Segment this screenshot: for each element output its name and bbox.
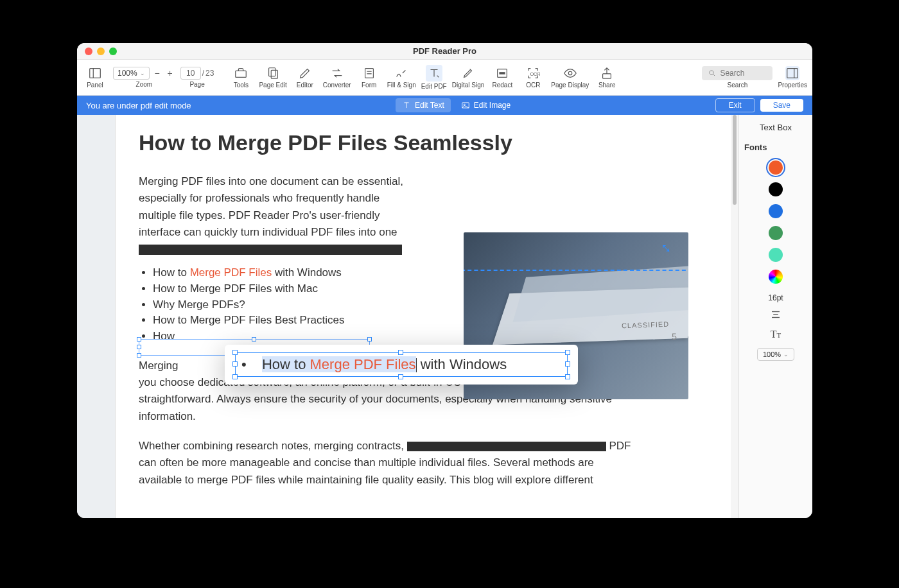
resize-handle[interactable] [565,374,570,379]
exit-button[interactable]: Exit [715,98,755,112]
resize-handle[interactable] [367,337,372,342]
fill-sign-button[interactable]: Fill & Sign [387,66,416,89]
convert-icon [330,66,344,80]
editor-button[interactable]: Editor [292,66,318,89]
opacity-select[interactable]: 100%⌄ [757,348,794,361]
digital-sign-button[interactable]: Digital Sign [452,66,485,89]
search-icon [708,69,716,77]
zoom-out-button[interactable]: − [152,68,162,78]
page-edit-icon [266,66,280,80]
color-swatch-custom[interactable] [769,270,783,284]
image-icon [461,101,470,110]
titlebar: PDF Reader Pro [77,43,812,60]
share-button[interactable]: Share [594,66,620,89]
text-icon [402,101,411,110]
pen-icon [461,66,475,80]
page-input[interactable]: 10 [180,67,201,80]
panel-button[interactable]: Panel [82,66,108,89]
popup-selection-box[interactable] [235,352,568,377]
document-page[interactable]: How to Merge PDF Files Seamlessly Mergin… [116,115,731,518]
svg-text:OCR: OCR [530,71,541,77]
edit-pdf-button[interactable]: Edit PDF [421,65,447,90]
svg-rect-9 [500,72,505,74]
eye-icon [563,66,577,80]
toolbox-icon [234,66,248,80]
color-swatch-green[interactable] [769,226,783,240]
svg-rect-2 [236,71,247,77]
properties-icon [785,66,799,80]
redact-icon [495,66,509,80]
svg-point-13 [710,71,713,74]
converter-button[interactable]: Converter [323,66,351,89]
ocr-icon: OCR [526,66,540,80]
edit-text-button[interactable]: Edit Text [396,98,451,112]
zoom-in-button[interactable]: + [165,68,175,78]
resize-handle[interactable] [398,374,403,379]
app-window: PDF Reader Pro Panel 100%⌄ − + Zoom 10 /… [77,43,812,518]
resize-handle[interactable] [137,337,141,342]
svg-rect-5 [365,69,373,78]
doc-lead[interactable]: Merging PDF files into one document can … [139,173,408,241]
page-edit-button[interactable]: Page Edit [259,66,286,89]
edit-image-button[interactable]: Edit Image [461,98,511,112]
search-input[interactable]: Search [702,66,772,80]
page-display-button[interactable]: Page Display [551,66,589,89]
vertical-scrollbar[interactable] [731,115,738,518]
minimize-icon[interactable] [97,48,105,55]
redacted-block [139,245,402,255]
svg-rect-12 [603,74,611,78]
color-swatch-orange[interactable] [769,160,783,175]
pencil-icon [298,66,312,80]
resize-handle[interactable] [232,350,238,355]
workspace: How to Merge PDF Files Seamlessly Mergin… [77,115,812,518]
panel-icon [88,66,102,80]
form-icon [362,66,376,80]
text-case-icon[interactable]: TT [771,329,781,340]
signature-icon [394,66,408,80]
scrollbar-thumb[interactable] [733,115,737,205]
color-swatch-teal[interactable] [769,248,783,262]
ocr-button[interactable]: OCROCR [520,66,546,89]
svg-line-14 [713,74,715,76]
share-icon [600,66,614,80]
main-toolbar: Panel 100%⌄ − + Zoom 10 / 23 Page Tools … [77,60,812,96]
resize-handle[interactable] [252,337,256,342]
resize-handle[interactable] [565,361,570,367]
resize-handle[interactable] [232,361,238,367]
edit-mode-bar: You are under pdf edit mode Edit Text Ed… [77,96,812,115]
redact-button[interactable]: Redact [489,66,515,89]
properties-button[interactable]: Properties [778,66,807,89]
color-swatch-black[interactable] [769,182,783,196]
resize-handle[interactable] [137,345,141,349]
text-edit-popup[interactable]: • How to Merge PDF Files with Windows [225,345,578,385]
color-swatch-blue[interactable] [769,204,783,218]
resize-handle[interactable] [232,374,238,379]
doc-paragraph[interactable]: Whether combining research notes, mergin… [139,438,640,489]
props-title: Text Box [760,123,792,132]
fullscreen-icon[interactable] [109,48,117,55]
svg-rect-4 [271,70,277,78]
form-button[interactable]: Form [356,66,382,89]
resize-handle[interactable] [398,350,403,355]
app-title: PDF Reader Pro [413,46,476,56]
font-size-label[interactable]: 16pt [768,293,783,302]
doc-heading[interactable]: How to Merge PDF Files Seamlessly [139,130,708,155]
zoom-select[interactable]: 100%⌄ [113,67,150,80]
zoom-group: 100%⌄ − + Zoom [113,67,175,88]
properties-panel: Text Box Fonts 16pt TT 100%⌄ [738,115,812,518]
page-group: 10 / 23 Page [180,67,214,88]
redacted-inline [407,442,606,451]
page-total: 23 [205,69,214,78]
left-gutter [77,115,116,518]
tools-button[interactable]: Tools [228,66,254,89]
resize-handle[interactable] [565,350,570,355]
align-icon[interactable] [770,310,781,321]
close-icon[interactable] [85,48,92,55]
resize-handle[interactable] [137,353,141,358]
save-button[interactable]: Save [760,99,803,112]
edit-mode-message: You are under pdf edit mode [86,101,191,110]
chevron-down-icon: ⌄ [140,70,145,76]
svg-rect-15 [787,69,798,78]
window-controls [85,48,117,55]
svg-rect-3 [269,68,275,76]
